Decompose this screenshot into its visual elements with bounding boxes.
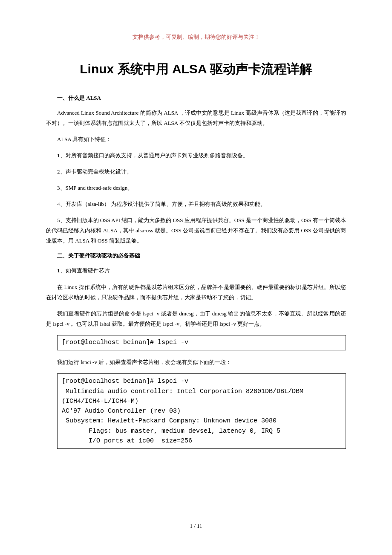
document-page: 文档供参考，可复制、编制，期待您的好评与关注！ Linux 系统中用 ALSA … bbox=[0, 0, 392, 555]
paragraph: 4、开发库（alsa-lib） 为程序设计提供了简单、方便，并且拥有有高级的效果… bbox=[46, 199, 346, 209]
code-block-1: [root@localhost beinan]# lspci -v bbox=[57, 335, 346, 351]
paragraph: 1、如何查看硬件芯片 bbox=[46, 266, 346, 276]
paragraph: 1、对所有音频接口的高效支持，从普通用户的声卡到专业级别多路音频设备。 bbox=[46, 150, 346, 161]
paragraph: Advanced Linux Sound Architecture 的简称为 A… bbox=[46, 108, 346, 128]
paragraph: 我们运行 lspci -v 后，如果查看声卡芯片组，发会现有类似下面的一段： bbox=[46, 357, 346, 367]
paragraph: 在 Linux 操作系统中，所有的硬件都是以芯片组来区分的，品牌并不是最重要的。… bbox=[46, 282, 346, 303]
paragraph: 5、支持旧版本的 OSS API 结口，能为大多数的 OSS 应用程序提供兼容。… bbox=[46, 215, 346, 246]
code-block-2: [root@localhost beinan]# lspci -v Multim… bbox=[57, 373, 346, 449]
paragraph: 3、SMP and thread-safe design。 bbox=[46, 183, 346, 193]
section-heading-2: 二、关于硬件驱动驱动的必备基础 bbox=[46, 252, 346, 260]
section-heading-1: 一、什么是 ALSA bbox=[46, 94, 346, 102]
paragraph: 我们查看硬件的芯片组是的命令是 lspci -v 或者是 dmesg，由于 dm… bbox=[46, 309, 346, 329]
paragraph: ALSA 具有如下特征： bbox=[46, 134, 346, 145]
page-title: Linux 系统中用 ALSA 驱动声卡流程详解 bbox=[46, 61, 346, 78]
paragraph: 2、声卡驱动完全模块化设计。 bbox=[46, 167, 346, 177]
page-number: 1 / 11 bbox=[0, 523, 392, 529]
header-note: 文档供参考，可复制、编制，期待您的好评与关注！ bbox=[46, 33, 346, 41]
